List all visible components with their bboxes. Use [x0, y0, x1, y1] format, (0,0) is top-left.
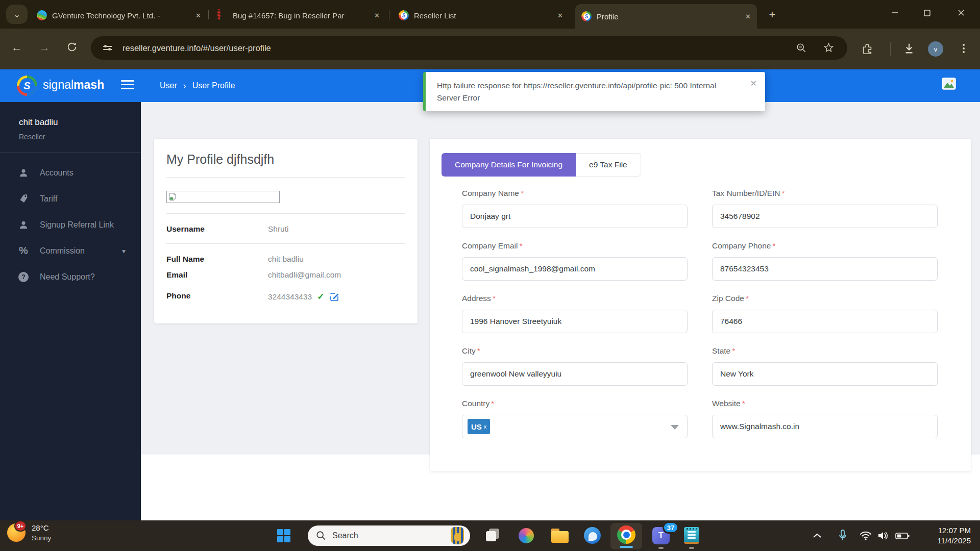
address-bar[interactable]: reseller.gventure.info/#/user/user-profi…	[91, 36, 847, 60]
tab-close-icon[interactable]: ✕	[745, 13, 751, 20]
company-phone-input[interactable]	[712, 257, 938, 281]
chrome-button-active[interactable]	[610, 523, 642, 549]
tab-close-icon[interactable]: ✕	[195, 12, 201, 19]
website-input[interactable]	[712, 415, 938, 438]
new-tab-button[interactable]: +	[765, 7, 780, 22]
toast-close-icon[interactable]: ✕	[750, 79, 757, 88]
bookmark-star-icon[interactable]	[823, 42, 834, 53]
zip-code-input[interactable]	[712, 310, 938, 333]
company-email-input[interactable]	[462, 257, 688, 281]
window-maximize-button[interactable]	[915, 0, 939, 26]
copilot-button[interactable]	[519, 528, 534, 543]
user-icon	[18, 220, 29, 230]
row-label: Username	[166, 224, 268, 234]
file-explorer-button[interactable]	[551, 529, 569, 543]
puzzle-icon	[861, 42, 874, 55]
notification-badge: 9+	[14, 520, 27, 532]
page-content: S signalmash User › User Profile Http fa…	[0, 69, 980, 520]
company-details-card: Company Details For Invoicing e9 Tax Fil…	[430, 139, 971, 471]
browser-profile-avatar[interactable]: v	[928, 41, 943, 57]
clock-date: 11/4/2025	[937, 536, 971, 546]
chrome-icon	[617, 525, 635, 544]
country-chip-us[interactable]: US x	[468, 419, 490, 434]
search-label: Search	[332, 525, 358, 546]
required-asterisk: *	[493, 294, 496, 303]
my-profile-card: My Profile djfhsdjfh Username Shruti Ful…	[154, 139, 418, 323]
browser-menu-button[interactable]	[959, 41, 969, 56]
tab-reseller-list[interactable]: S Reseller List ✕	[393, 5, 569, 26]
city-input[interactable]	[462, 362, 688, 386]
signalmash-favicon-icon: S	[399, 10, 409, 20]
wifi-icon	[860, 531, 872, 541]
taskbar-search[interactable]: Search	[308, 525, 470, 546]
hamburger-menu-icon[interactable]	[121, 80, 134, 92]
row-value: chit badliu	[268, 255, 304, 264]
field-address: Address*	[462, 294, 688, 333]
tab-profile-active[interactable]: S Profile ✕	[575, 4, 757, 29]
tab-company-details-for-invoicing[interactable]: Company Details For Invoicing	[442, 153, 576, 177]
downloads-button[interactable]	[902, 42, 916, 55]
start-button[interactable]	[277, 529, 290, 542]
address-input[interactable]	[462, 310, 688, 333]
edit-pencil-icon	[329, 292, 339, 302]
profile-card-title: My Profile djfhsdjfh	[166, 152, 274, 167]
tab-close-icon[interactable]: ✕	[374, 12, 380, 19]
weather-widget[interactable]: 9+ 28°C Sunny	[7, 523, 51, 542]
sidebar-item-label: Signup Referral Link	[40, 220, 114, 230]
sidebar-item-signup-referral-link[interactable]: Signup Referral Link	[0, 212, 141, 238]
tab-title: GVenture Technology Pvt. Ltd. -	[52, 11, 187, 20]
country-select[interactable]: US x	[462, 415, 688, 438]
close-icon	[958, 9, 965, 16]
tray-expand-button[interactable]	[813, 520, 822, 551]
taskbar-clock[interactable]: 12:07 PM 11/4/2025	[937, 525, 971, 546]
minimize-icon	[891, 9, 898, 16]
battery-icon	[895, 532, 910, 540]
sidebar-item-need-support[interactable]: ? Need Support?	[0, 264, 141, 290]
tab-close-icon[interactable]: ✕	[557, 12, 563, 19]
sidebar-item-commission[interactable]: % Commission ▾	[0, 238, 141, 264]
sidebar-user-block: chit badliu Reseller	[0, 102, 141, 141]
divider	[166, 213, 405, 214]
tab-title: Profile	[597, 12, 737, 21]
thunderbird-button[interactable]	[584, 527, 601, 544]
extensions-button[interactable]	[861, 42, 874, 55]
clock-time: 12:07 PM	[937, 525, 971, 536]
tax-number-input[interactable]	[712, 205, 938, 228]
sidebar-item-tariff[interactable]: Tariff	[0, 186, 141, 212]
company-name-input[interactable]	[462, 205, 688, 228]
window-minimize-button[interactable]	[883, 0, 906, 26]
edit-phone-button[interactable]	[329, 292, 339, 302]
required-asterisk: *	[772, 241, 775, 250]
breadcrumb-user[interactable]: User	[160, 81, 177, 90]
tab-gventure[interactable]: GVenture Technology Pvt. Ltd. - ✕	[31, 5, 207, 26]
task-view-button[interactable]	[486, 531, 496, 541]
profile-picture-broken-image[interactable]	[166, 191, 280, 203]
field-tax-number: Tax Number/ID/EIN*	[712, 189, 938, 228]
microphone-indicator[interactable]	[838, 520, 847, 551]
divider	[166, 243, 405, 244]
volume-button[interactable]	[877, 520, 889, 551]
reload-button[interactable]	[66, 41, 78, 53]
breadcrumb: User › User Profile	[160, 69, 235, 102]
tab-search-button[interactable]: ⌄	[6, 5, 28, 24]
signalmash-logo-icon[interactable]: S	[17, 76, 37, 96]
header-avatar-broken-image-icon[interactable]	[942, 78, 956, 90]
zoom-out-icon[interactable]	[796, 43, 806, 53]
field-company-name: Company Name*	[462, 189, 688, 228]
tab-e9-tax-file[interactable]: e9 Tax File	[576, 153, 641, 177]
sidebar-item-accounts[interactable]: Accounts	[0, 160, 141, 186]
state-input[interactable]	[712, 362, 938, 386]
required-asterisk: *	[521, 189, 524, 197]
tab-bug-14657[interactable]: Bug #14657: Bug in Reseller Par ✕	[211, 5, 386, 26]
wifi-button[interactable]	[860, 520, 872, 551]
field-zip-code: Zip Code*	[712, 294, 938, 333]
notepad-button[interactable]	[684, 527, 699, 544]
window-close-button[interactable]	[949, 0, 973, 26]
site-info-icon[interactable]	[103, 44, 112, 52]
forward-button[interactable]: →	[39, 41, 50, 54]
back-button[interactable]: ←	[11, 41, 22, 54]
field-country: Country* US x	[462, 399, 688, 438]
battery-indicator[interactable]	[895, 520, 910, 551]
url-text[interactable]: reseller.gventure.info/#/user/user-profi…	[122, 36, 271, 60]
chip-remove-icon[interactable]: x	[484, 423, 487, 430]
